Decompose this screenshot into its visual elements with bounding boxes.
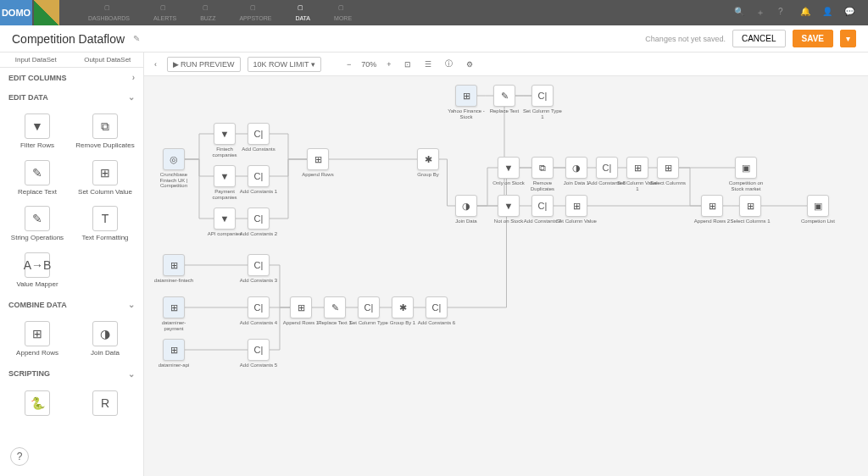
- tool-string-operations[interactable]: ✎String Operations: [5, 202, 70, 246]
- tool-script-python[interactable]: 🐍: [5, 387, 70, 419]
- node-dm-api[interactable]: ⊞dataminer-api: [157, 339, 191, 368]
- tab-output-dataset[interactable]: Output DataSet: [72, 53, 144, 67]
- org-avatar[interactable]: [34, 0, 59, 25]
- chat-icon[interactable]: 💬: [844, 7, 856, 19]
- node-crunchbase[interactable]: ◎Crunchbase Fintech UK | Competition: [157, 148, 191, 189]
- user-avatar[interactable]: 👤: [822, 7, 834, 19]
- dataflow-canvas[interactable]: ⊞Yahoo Finance - Stock✎Replace TextC|Set…: [144, 76, 868, 476]
- edit-title-icon[interactable]: ✎: [133, 34, 140, 43]
- nav-buzz[interactable]: ▢BUZZ: [188, 3, 227, 23]
- section-scripting[interactable]: SCRIPTING ⌄: [0, 364, 143, 384]
- node-addc5[interactable]: C|Add Constants 5: [242, 339, 275, 368]
- tab-input-dataset[interactable]: Input DataSet: [0, 53, 72, 67]
- node-dm-fintech[interactable]: ⊞dataminer-fintech: [157, 254, 191, 284]
- nav-alerts[interactable]: ▢ALERTS: [142, 3, 188, 23]
- node-replace1[interactable]: ✎Replace Text 1: [318, 296, 352, 326]
- chevron-down-icon: ⌄: [128, 369, 135, 379]
- scripting-tools: 🐍 R: [0, 384, 143, 423]
- node-addc4[interactable]: C|Add Constants 4: [242, 296, 275, 326]
- tool-remove-duplicates[interactable]: ⧉Remove Duplicates: [73, 110, 137, 153]
- row-limit-select[interactable]: 10K ROW LIMIT ▾: [248, 57, 321, 72]
- node-append2[interactable]: ⊞Append Rows 2: [695, 195, 729, 224]
- node-yahoo[interactable]: ⊞Yahoo Finance - Stock: [449, 85, 483, 119]
- chevron-right-icon: ›: [132, 73, 135, 82]
- nav-appstore[interactable]: ▢APPSTORE: [227, 3, 283, 23]
- section-edit-columns[interactable]: EDIT COLUMNS ›: [0, 68, 143, 87]
- header-bar: Competition Dataflow ✎ Changes not yet s…: [0, 25, 868, 53]
- zoom-in-button[interactable]: +: [383, 58, 394, 70]
- node-selcol1[interactable]: ⊞Select Columns 1: [733, 195, 767, 224]
- tool-append-rows[interactable]: ⊞Append Rows: [5, 318, 70, 361]
- fit-button[interactable]: ⊡: [401, 58, 415, 70]
- back-button[interactable]: ‹: [151, 58, 160, 70]
- node-append[interactable]: ⊞Append Rows: [301, 148, 335, 178]
- tool-script-r[interactable]: R: [73, 387, 137, 419]
- zoom-level: 70%: [361, 60, 376, 69]
- tool-filter-rows[interactable]: ▼Filter Rows: [5, 110, 70, 153]
- node-addc1[interactable]: C|Add Constants 1: [242, 165, 275, 195]
- chevron-down-icon: ⌄: [128, 300, 135, 309]
- top-nav: DOMO ▢DASHBOARDS▢ALERTS▢BUZZ▢APPSTORE▢DA…: [0, 0, 868, 25]
- node-addc3[interactable]: C|Add Constants 3: [242, 254, 275, 284]
- nav-right: 🔍 ＋ ? 🔔 👤 💬: [734, 7, 868, 19]
- nav-dashboards[interactable]: ▢DASHBOARDS: [76, 3, 142, 23]
- node-append1[interactable]: ⊞Append Rows 1: [284, 296, 318, 326]
- node-groupby[interactable]: ✱Group By: [411, 148, 445, 178]
- node-noton[interactable]: ▼Not on Stock: [492, 195, 526, 224]
- help-button[interactable]: ?: [10, 447, 29, 466]
- add-icon[interactable]: ＋: [756, 7, 768, 19]
- notifications-icon[interactable]: 🔔: [800, 7, 812, 19]
- settings-button[interactable]: ⚙: [463, 58, 476, 70]
- edit-data-tools: ▼Filter Rows⧉Remove Duplicates✎Replace T…: [0, 107, 143, 295]
- zoom-out-button[interactable]: −: [343, 58, 354, 70]
- canvas-wrap: ‹ ▶ RUN PREVIEW 10K ROW LIMIT ▾ − 70% + …: [144, 53, 868, 476]
- tool-text-formatting[interactable]: TText Formatting: [73, 202, 137, 246]
- node-payment[interactable]: ▼Payment companies: [208, 165, 242, 200]
- node-addc[interactable]: C|Add Constants: [242, 123, 275, 152]
- node-replacetext[interactable]: ✎Replace Text: [487, 85, 521, 114]
- save-button[interactable]: SAVE: [793, 30, 834, 47]
- page-title: Competition Dataflow: [12, 32, 125, 46]
- tool-set-column-value[interactable]: ⊞Set Column Value: [73, 157, 137, 200]
- node-dm-payment[interactable]: ⊞dataminer-payment: [157, 296, 191, 331]
- changes-status: Changes not yet saved.: [645, 35, 726, 43]
- node-api[interactable]: ▼API companies: [208, 208, 242, 237]
- search-icon[interactable]: 🔍: [734, 7, 746, 19]
- list-button[interactable]: ☰: [421, 58, 435, 70]
- section-edit-data[interactable]: EDIT DATA ⌄: [0, 87, 143, 107]
- node-addc2[interactable]: C|Add Constants 2: [242, 208, 275, 237]
- node-groupby1[interactable]: ✱Group By 1: [386, 296, 420, 326]
- canvas-toolbar: ‹ ▶ RUN PREVIEW 10K ROW LIMIT ▾ − 70% + …: [144, 53, 868, 76]
- node-setcolval2[interactable]: ⊞Set Column Value 1: [620, 157, 654, 191]
- save-dropdown[interactable]: ▾: [840, 30, 856, 47]
- nav-data[interactable]: ▢DATA: [283, 3, 322, 23]
- node-setcoltype[interactable]: C|Set Column Type: [352, 296, 386, 326]
- node-complist[interactable]: ▣Competion List: [801, 195, 835, 224]
- node-addc7[interactable]: C|Add Constants 7: [526, 195, 559, 224]
- run-preview-button[interactable]: ▶ RUN PREVIEW: [167, 57, 241, 72]
- nav-more[interactable]: ▢MORE: [322, 3, 364, 23]
- node-only[interactable]: ▼Only on Stock: [492, 157, 526, 186]
- node-setcoltype1[interactable]: C|Set Column Type 1: [526, 85, 559, 119]
- tool-replace-text[interactable]: ✎Replace Text: [5, 157, 70, 200]
- tool-value-mapper[interactable]: A→BValue Mapper: [5, 249, 70, 292]
- info-button[interactable]: ⓘ: [442, 57, 456, 71]
- chevron-down-icon: ⌄: [128, 92, 135, 102]
- tool-join-data[interactable]: ◑Join Data: [73, 318, 137, 361]
- help-icon[interactable]: ?: [778, 7, 790, 19]
- node-comp-stock[interactable]: ▣Competition on Stock market: [729, 157, 763, 191]
- section-combine-data[interactable]: COMBINE DATA ⌄: [0, 295, 143, 314]
- node-setcolval[interactable]: ⊞Set Column Value: [559, 195, 593, 224]
- node-joindata[interactable]: ◑Join Data: [449, 195, 483, 224]
- combine-data-tools: ⊞Append Rows◑Join Data: [0, 314, 143, 364]
- nav-items: ▢DASHBOARDS▢ALERTS▢BUZZ▢APPSTORE▢DATA▢MO…: [76, 3, 364, 23]
- sidebar: Input DataSet Output DataSet EDIT COLUMN…: [0, 53, 144, 476]
- node-removedup[interactable]: ⧉Remove Duplicates: [526, 157, 559, 191]
- node-fintech[interactable]: ▼Fintech companies: [208, 123, 242, 158]
- brand-logo[interactable]: DOMO: [0, 0, 32, 25]
- node-selcol[interactable]: ⊞Select Columns: [651, 157, 685, 186]
- node-addc6[interactable]: C|Add Constants 6: [420, 296, 453, 326]
- cancel-button[interactable]: CANCEL: [732, 30, 786, 47]
